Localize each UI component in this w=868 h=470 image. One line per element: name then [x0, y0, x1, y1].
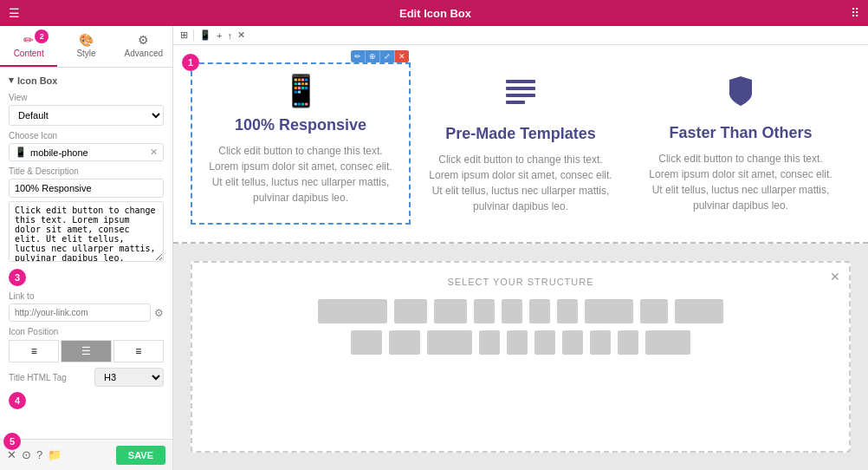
icon-pos-row: ≡ ☰ ≡ — [9, 340, 164, 362]
box-title-2: Pre-Made Templates — [445, 125, 596, 143]
tab-style[interactable]: 🎨 Style — [57, 26, 114, 67]
grid-icon[interactable]: ⠿ — [851, 6, 859, 20]
struct-block[interactable] — [618, 330, 638, 355]
svg-rect-0 — [506, 80, 535, 83]
top-bar: ☰ Edit Icon Box ⠿ — [0, 0, 868, 26]
box-icon-2 — [502, 73, 539, 118]
struct-block[interactable] — [534, 330, 555, 355]
toolbar-edit-icon[interactable]: ✏ — [351, 50, 366, 62]
struct-block[interactable] — [434, 299, 467, 323]
section-header: ▾ Icon Box — [9, 75, 164, 86]
struct-block[interactable] — [529, 299, 550, 323]
html-tag-select[interactable]: H3 H1 H2 H4 H5 p — [94, 368, 164, 387]
box-desc-2: Click edit button to change this text. L… — [426, 152, 615, 214]
struct-block[interactable] — [318, 299, 387, 323]
icon-remove[interactable]: ✕ — [150, 147, 158, 158]
svg-rect-1 — [506, 87, 535, 90]
badge-1: 1 — [182, 54, 199, 71]
toolbar-move-icon[interactable]: ⤢ — [380, 50, 395, 62]
selected-toolbar: ✏ ⊕ ⤢ ✕ — [351, 50, 409, 62]
circle-icon[interactable]: ⊙ — [22, 448, 31, 461]
icon-box-2[interactable]: Pre-Made Templates Click edit button to … — [411, 62, 631, 225]
box-desc-3: Click edit button to change this text. L… — [646, 151, 835, 213]
icon-pos-left[interactable]: ≡ — [9, 340, 59, 362]
help-icon[interactable]: ? — [36, 448, 42, 461]
content-icon: ✏ — [23, 33, 34, 47]
struct-block[interactable] — [389, 330, 420, 355]
struct-block[interactable] — [507, 330, 528, 355]
title-desc-label: Title & Description — [9, 166, 164, 176]
folder-icon[interactable]: 📁 — [48, 448, 62, 461]
structure-title: SELECT YOUR STRUCTURE — [206, 277, 835, 287]
struct-block[interactable] — [562, 330, 583, 355]
sidebar-content: ▾ Icon Box View Default Top Icon Left Ic… — [0, 68, 172, 439]
struct-block[interactable] — [479, 330, 500, 355]
section-collapse-icon[interactable]: ▾ — [9, 75, 14, 86]
canvas-top-toolbar: ⊞ 📱 + ↑ ✕ — [173, 26, 868, 45]
sidebar-tabs: ✏ Content 2 🎨 Style ⚙ Advanced — [0, 26, 172, 68]
view-select[interactable]: Default Top Icon Left Icon — [9, 105, 164, 126]
advanced-icon: ⚙ — [138, 33, 149, 47]
style-icon: 🎨 — [79, 33, 94, 47]
section-title: Icon Box — [17, 75, 57, 86]
desc-textarea[interactable]: Click edit button to change this text. L… — [9, 201, 164, 262]
tab-content[interactable]: ✏ Content 2 — [0, 26, 57, 67]
toolbar-copy-icon[interactable]: ⊕ — [366, 50, 380, 62]
box-title-1: 100% Responsive — [235, 116, 366, 134]
structure-grid — [206, 299, 835, 355]
icon-chooser[interactable]: 📱 mobile-phone ✕ — [9, 143, 164, 161]
struct-block[interactable] — [645, 330, 690, 355]
view-label: View — [9, 93, 164, 102]
tab-style-label: Style — [76, 49, 95, 58]
svg-rect-2 — [506, 94, 535, 97]
toolbar-responsive-icon[interactable]: 📱 — [199, 29, 211, 41]
struct-block[interactable] — [427, 330, 472, 355]
icon-name: mobile-phone — [30, 147, 146, 158]
struct-block[interactable] — [675, 299, 723, 323]
canvas-area: ⊞ 📱 + ↑ ✕ ‹ 1 ✏ ⊕ ⤢ — [173, 26, 868, 470]
tab-advanced-label: Advanced — [125, 49, 163, 58]
hamburger-icon[interactable]: ☰ — [9, 6, 20, 20]
struct-block[interactable] — [590, 330, 611, 355]
icon-box-3[interactable]: Faster Than Others Click edit button to … — [631, 62, 851, 225]
sidebar: ✏ Content 2 🎨 Style ⚙ Advanced ▾ Icon Bo… — [0, 26, 173, 470]
title-input[interactable] — [9, 179, 164, 198]
html-tag-label: Title HTML Tag — [9, 373, 67, 382]
toolbar-grid-icon[interactable]: ⊞ — [180, 29, 188, 41]
struct-block[interactable] — [394, 299, 427, 323]
svg-rect-3 — [506, 101, 525, 104]
box-icon-1: 📱 — [282, 73, 321, 109]
select-structure-panel: SELECT YOUR STRUCTURE ✕ — [191, 261, 851, 453]
bottom-bar: 5 ✕ ⊙ ? 📁 SAVE — [0, 439, 172, 470]
toolbar-divider — [193, 29, 194, 42]
struct-block[interactable] — [351, 330, 382, 355]
toolbar-close-icon[interactable]: ✕ — [237, 29, 245, 41]
struct-block[interactable] — [640, 299, 668, 323]
struct-block[interactable] — [585, 299, 633, 323]
main-layout: ✏ Content 2 🎨 Style ⚙ Advanced ▾ Icon Bo… — [0, 26, 868, 470]
toolbar-plus-icon[interactable]: + — [217, 30, 222, 41]
badge-4: 4 — [9, 392, 26, 409]
icon-box-1[interactable]: 1 ✏ ⊕ ⤢ ✕ 📱 100% Responsive Click edit b… — [191, 62, 411, 225]
toolbar-delete-icon[interactable]: ✕ — [395, 50, 409, 62]
toolbar-up-icon[interactable]: ↑ — [227, 30, 232, 41]
tab-content-label: Content — [14, 49, 44, 58]
link-input[interactable] — [9, 304, 151, 322]
struct-block[interactable] — [474, 299, 495, 323]
box-desc-1: Click edit button to change this text. L… — [206, 143, 395, 206]
close-icon[interactable]: ✕ — [7, 448, 16, 461]
box-title-3: Faster Than Others — [669, 124, 812, 142]
save-button[interactable]: SAVE — [116, 446, 165, 465]
box-icon-3 — [722, 73, 759, 117]
content-badge: 2 — [35, 29, 49, 43]
struct-block[interactable] — [502, 299, 522, 323]
badge-3: 3 — [9, 269, 26, 286]
icon-pos-label: Icon Position — [9, 327, 164, 336]
structure-close-icon[interactable]: ✕ — [830, 270, 840, 284]
icon-pos-right[interactable]: ≡ — [113, 340, 164, 362]
struct-block[interactable] — [557, 299, 578, 323]
icon-boxes-row: 1 ✏ ⊕ ⤢ ✕ 📱 100% Responsive Click edit b… — [173, 45, 868, 244]
icon-pos-center[interactable]: ☰ — [61, 340, 111, 362]
gear-icon[interactable]: ⚙ — [154, 307, 164, 319]
tab-advanced[interactable]: ⚙ Advanced — [115, 26, 172, 67]
